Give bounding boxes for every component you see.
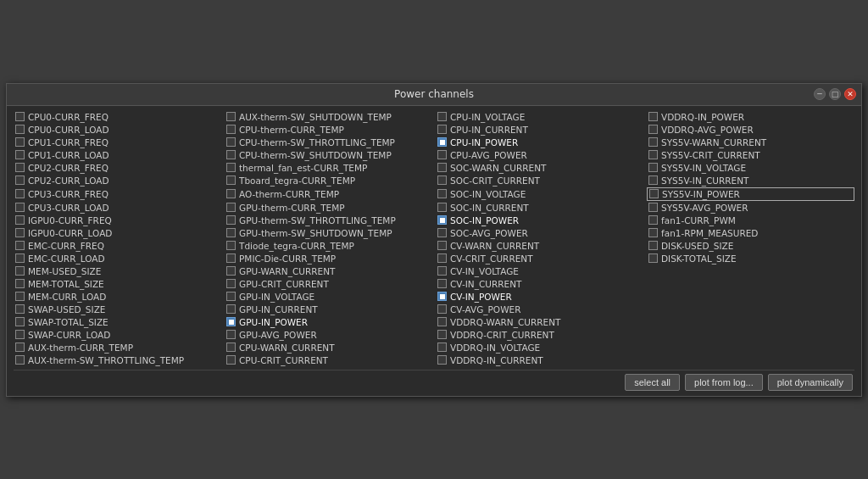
channel-checkbox[interactable] <box>15 304 25 314</box>
channel-item[interactable]: SYS5V-IN_CURRENT <box>647 175 854 187</box>
channel-checkbox[interactable] <box>226 112 236 121</box>
channel-item[interactable]: CV-IN_VOLTAGE <box>436 265 643 277</box>
channel-item[interactable]: VDDRQ-IN_CURRENT <box>436 354 643 366</box>
channel-item[interactable]: GPU-IN_CURRENT <box>225 304 432 315</box>
channel-item[interactable]: SYS5V-IN_VOLTAGE <box>647 162 854 174</box>
channel-checkbox[interactable] <box>15 241 25 250</box>
channel-item[interactable]: IGPU0-CURR_LOAD <box>14 227 221 239</box>
channel-checkbox[interactable] <box>15 189 25 198</box>
channel-item[interactable] <box>647 354 854 366</box>
channel-checkbox[interactable] <box>226 279 236 288</box>
channel-checkbox[interactable] <box>437 125 447 134</box>
channel-checkbox[interactable] <box>226 253 236 263</box>
channel-checkbox[interactable] <box>226 266 236 276</box>
channel-checkbox[interactable] <box>226 355 236 365</box>
channel-checkbox[interactable] <box>437 203 447 212</box>
channel-checkbox[interactable] <box>226 137 236 147</box>
channel-checkbox[interactable] <box>437 279 447 288</box>
channel-checkbox[interactable] <box>15 163 25 172</box>
channel-checkbox[interactable] <box>648 203 658 212</box>
channel-item[interactable]: EMC-CURR_LOAD <box>14 253 221 265</box>
channel-item[interactable]: CV-WARN_CURRENT <box>436 240 643 252</box>
channel-item[interactable] <box>647 278 854 290</box>
channel-item[interactable]: VDDRQ-IN_VOLTAGE <box>436 342 643 354</box>
channel-checkbox[interactable] <box>15 150 25 159</box>
channel-checkbox[interactable] <box>437 317 447 326</box>
channel-item[interactable] <box>647 304 854 315</box>
close-button[interactable]: ✕ <box>844 88 856 100</box>
channel-item[interactable]: CV-CRIT_CURRENT <box>436 253 643 265</box>
channel-item[interactable]: CPU2-CURR_FREQ <box>14 162 221 174</box>
channel-item[interactable]: VDDRQ-CRIT_CURRENT <box>436 329 643 341</box>
channel-checkbox[interactable] <box>15 215 25 225</box>
plot-dynamically-button[interactable]: plot dynamically <box>768 374 853 391</box>
channel-checkbox[interactable] <box>226 175 236 185</box>
channel-checkbox[interactable] <box>648 228 658 237</box>
channel-checkbox[interactable] <box>15 279 25 288</box>
channel-item[interactable]: SYS5V-CRIT_CURRENT <box>647 149 854 161</box>
channel-checkbox[interactable] <box>15 137 25 147</box>
channel-item[interactable] <box>647 265 854 277</box>
channel-item[interactable]: CPU-therm-SW_THROTTLING_TEMP <box>225 136 432 148</box>
channel-checkbox[interactable] <box>437 292 447 301</box>
channel-checkbox[interactable] <box>226 241 236 250</box>
channel-item[interactable]: SOC-IN_VOLTAGE <box>436 187 643 201</box>
channel-item[interactable] <box>647 316 854 328</box>
channel-item[interactable]: CPU-IN_VOLTAGE <box>436 111 643 123</box>
channel-item[interactable]: AO-therm-CURR_TEMP <box>225 187 432 201</box>
channel-item[interactable]: CV-IN_POWER <box>436 291 643 303</box>
channel-item[interactable]: CPU1-CURR_FREQ <box>14 136 221 148</box>
channel-item[interactable]: CPU0-CURR_LOAD <box>14 124 221 136</box>
channel-item[interactable]: SYS5V-WARN_CURRENT <box>647 136 854 148</box>
channel-checkbox[interactable] <box>15 253 25 263</box>
channel-item[interactable]: EMC-CURR_FREQ <box>14 240 221 252</box>
channel-item[interactable]: AUX-therm-SW_THROTTLING_TEMP <box>14 354 221 366</box>
channel-checkbox[interactable] <box>226 203 236 212</box>
channel-item[interactable]: CPU-CRIT_CURRENT <box>225 354 432 366</box>
channel-item[interactable]: SOC-IN_CURRENT <box>436 202 643 214</box>
channel-item[interactable]: Tboard_tegra-CURR_TEMP <box>225 175 432 187</box>
channel-checkbox[interactable] <box>226 228 236 237</box>
channel-checkbox[interactable] <box>226 189 236 198</box>
channel-checkbox[interactable] <box>226 330 236 339</box>
channel-checkbox[interactable] <box>226 125 236 134</box>
channel-checkbox[interactable] <box>15 292 25 301</box>
channel-checkbox[interactable] <box>15 175 25 185</box>
channel-checkbox[interactable] <box>648 241 658 250</box>
channel-checkbox[interactable] <box>226 292 236 301</box>
channel-item[interactable]: PMIC-Die-CURR_TEMP <box>225 253 432 265</box>
channel-item[interactable] <box>647 342 854 354</box>
channel-item[interactable]: CPU1-CURR_LOAD <box>14 149 221 161</box>
plot-from-log-button[interactable]: plot from log... <box>685 374 763 391</box>
channel-checkbox[interactable] <box>648 253 658 263</box>
channel-item[interactable]: SOC-IN_POWER <box>436 214 643 226</box>
channel-item[interactable]: fan1-RPM_MEASURED <box>647 227 854 239</box>
channel-checkbox[interactable] <box>437 163 447 172</box>
channel-item[interactable]: CV-IN_CURRENT <box>436 278 643 290</box>
channel-item[interactable]: GPU-IN_POWER <box>225 316 432 328</box>
channel-item[interactable]: SOC-CRIT_CURRENT <box>436 175 643 187</box>
channel-checkbox[interactable] <box>15 330 25 339</box>
channel-item[interactable] <box>647 329 854 341</box>
channel-item[interactable]: SOC-WARN_CURRENT <box>436 162 643 174</box>
channel-item[interactable]: MEM-TOTAL_SIZE <box>14 278 221 290</box>
channel-checkbox[interactable] <box>648 215 658 225</box>
channel-item[interactable]: GPU-AVG_POWER <box>225 329 432 341</box>
channel-checkbox[interactable] <box>226 343 236 352</box>
channel-item[interactable] <box>647 291 854 303</box>
channel-item[interactable]: thermal_fan_est-CURR_TEMP <box>225 162 432 174</box>
channel-item[interactable]: AUX-therm-CURR_TEMP <box>14 342 221 354</box>
channel-checkbox[interactable] <box>226 150 236 159</box>
select-all-button[interactable]: select all <box>625 374 680 391</box>
channel-checkbox[interactable] <box>15 355 25 365</box>
channel-item[interactable]: fan1-CURR_PWM <box>647 214 854 226</box>
channel-checkbox[interactable] <box>437 189 447 198</box>
channel-checkbox[interactable] <box>226 215 236 225</box>
channel-checkbox[interactable] <box>648 112 658 121</box>
channel-checkbox[interactable] <box>15 203 25 212</box>
maximize-button[interactable]: □ <box>829 88 841 100</box>
channel-item[interactable]: AUX-therm-SW_SHUTDOWN_TEMP <box>225 111 432 123</box>
channel-item[interactable]: SWAP-TOTAL_SIZE <box>14 316 221 328</box>
channel-item[interactable]: CPU-therm-CURR_TEMP <box>225 124 432 136</box>
channel-item[interactable]: GPU-therm-SW_THROTTLING_TEMP <box>225 214 432 226</box>
